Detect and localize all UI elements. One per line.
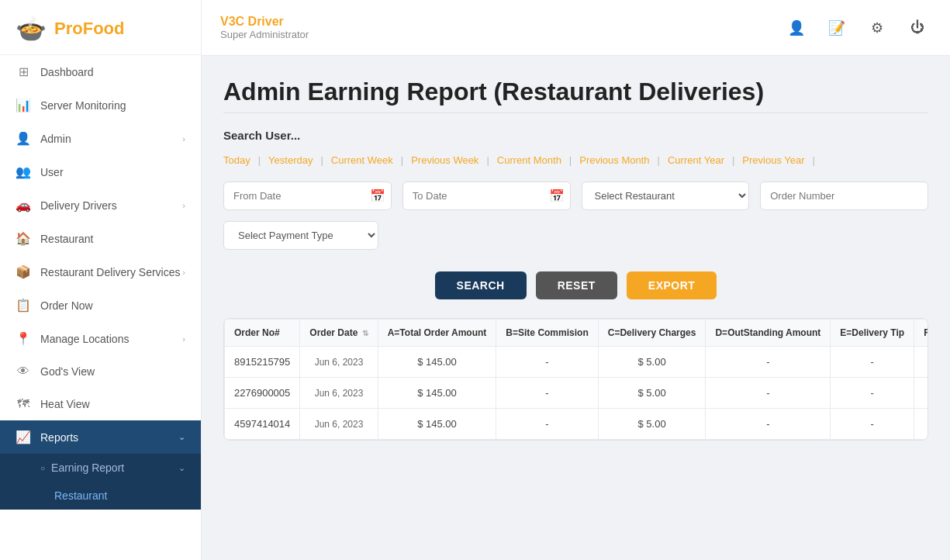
- header: V3C Driver Super Administrator 👤 📝 ⚙ ⏻: [202, 0, 950, 56]
- filter-current-week[interactable]: Current Week: [323, 154, 401, 166]
- header-username: V3C Driver: [220, 15, 309, 29]
- from-date-input-container: 📅: [223, 181, 392, 210]
- chevron-down-icon: ⌄: [178, 432, 185, 442]
- gods-view-icon: 👁: [16, 365, 31, 379]
- manage-locations-icon: 📍: [16, 331, 31, 346]
- sidebar-item-label: Dashboard: [40, 66, 94, 78]
- page-content: Admin Earning Report (Restaurant Deliver…: [202, 56, 950, 560]
- cell-f-tax: -: [914, 409, 928, 440]
- export-button[interactable]: EXPORT: [627, 271, 717, 299]
- data-table: Order No# Order Date ⇅ A=Total Order Amo…: [223, 318, 928, 441]
- filter-current-month[interactable]: Current Month: [489, 154, 569, 166]
- chevron-right-icon: ›: [182, 201, 185, 210]
- restaurant-delivery-icon: 📦: [16, 264, 31, 279]
- cell-c-delivery: $ 5.00: [598, 409, 706, 440]
- sidebar-item-label: God's View: [40, 365, 95, 378]
- page-title: Admin Earning Report (Restaurant Deliver…: [223, 78, 928, 106]
- main-area: V3C Driver Super Administrator 👤 📝 ⚙ ⏻ A…: [202, 0, 950, 560]
- order-number-input-container: [760, 181, 928, 210]
- chevron-right-icon: ›: [182, 268, 185, 277]
- sidebar-item-server-monitoring[interactable]: 📊 Server Monitoring: [0, 88, 201, 122]
- filter-previous-year[interactable]: Previous Year: [734, 154, 812, 166]
- sidebar-item-user[interactable]: 👥 User: [0, 155, 201, 188]
- col-d-outstanding: D=OutStanding Amount: [706, 320, 831, 347]
- col-a-total: A=Total Order Amount: [378, 320, 496, 347]
- col-f-tax: F=Tax: [914, 320, 928, 347]
- sidebar-item-delivery-drivers[interactable]: 🚗 Delivery Drivers ›: [0, 188, 201, 222]
- filter-previous-month[interactable]: Previous Month: [572, 154, 657, 166]
- select-payment-type-dropdown[interactable]: Select Payment Type: [223, 221, 378, 250]
- cell-a-total: $ 145.00: [378, 409, 496, 440]
- circle-icon: ○: [40, 464, 45, 472]
- select-restaurant-dropdown[interactable]: Select Restaurant: [582, 181, 750, 210]
- sidebar-item-gods-view[interactable]: 👁 God's View: [0, 355, 201, 388]
- table-header-row: Order No# Order Date ⇅ A=Total Order Amo…: [225, 320, 929, 347]
- filter-previous-week[interactable]: Previous Week: [403, 154, 486, 166]
- title-divider: [223, 112, 928, 113]
- table-row: 8915215795 Jun 6, 2023 $ 145.00 - $ 5.00…: [225, 347, 929, 378]
- order-number-input[interactable]: [770, 190, 918, 202]
- cell-order-no: 2276900005: [225, 378, 300, 409]
- dashboard-icon: ⊞: [16, 64, 31, 79]
- sidebar-sub-label: Earning Report: [51, 461, 124, 474]
- col-order-no: Order No#: [225, 320, 300, 347]
- sidebar-item-heat-view[interactable]: 🗺 Heat View: [0, 388, 201, 420]
- filter-today[interactable]: Today: [223, 154, 258, 166]
- from-date-input[interactable]: [233, 190, 364, 202]
- logout-icon[interactable]: ⏻: [903, 14, 931, 42]
- sidebar-item-manage-locations[interactable]: 📍 Manage Locations ›: [0, 322, 201, 355]
- chevron-right-icon: ›: [182, 134, 185, 143]
- sidebar-item-label: Order Now: [40, 299, 93, 312]
- sidebar-item-label: Reports: [40, 431, 78, 444]
- order-now-icon: 📋: [16, 298, 31, 313]
- sidebar-item-label: Server Monitoring: [40, 99, 126, 112]
- cell-f-tax: -: [914, 378, 928, 409]
- heat-view-icon: 🗺: [16, 397, 31, 411]
- sidebar-item-order-now[interactable]: 📋 Order Now: [0, 289, 201, 322]
- sidebar-item-label: Restaurant Delivery Services: [40, 266, 181, 278]
- sidebar-item-dashboard[interactable]: ⊞ Dashboard: [0, 55, 201, 88]
- sidebar-item-restaurant-delivery[interactable]: 📦 Restaurant Delivery Services ›: [0, 255, 201, 289]
- table-row: 2276900005 Jun 6, 2023 $ 145.00 - $ 5.00…: [225, 378, 929, 409]
- reset-button[interactable]: RESET: [536, 271, 617, 299]
- sidebar-item-label: Heat View: [40, 398, 90, 410]
- col-order-date[interactable]: Order Date ⇅: [300, 320, 378, 347]
- cell-a-total: $ 145.00: [378, 347, 496, 378]
- sidebar-item-earning-report[interactable]: ○ Earning Report ⌄: [0, 454, 201, 482]
- filter-yesterday[interactable]: Yesterday: [261, 154, 320, 166]
- cell-b-site: -: [496, 347, 598, 378]
- sort-icon: ⇅: [362, 329, 368, 337]
- calendar-icon: 📅: [549, 188, 565, 203]
- cell-e-delivery-tip: -: [831, 347, 914, 378]
- to-date-input[interactable]: [413, 190, 543, 202]
- cell-order-date: Jun 6, 2023: [300, 378, 378, 409]
- logo-text: ProFood: [54, 19, 124, 39]
- cell-b-site: -: [496, 378, 598, 409]
- settings-icon[interactable]: ⚙: [863, 14, 891, 42]
- filter-links: Today | Yesterday | Current Week | Previ…: [223, 154, 928, 166]
- server-monitoring-icon: 📊: [16, 98, 31, 112]
- cell-order-date: Jun 6, 2023: [300, 347, 378, 378]
- reports-icon: 📈: [16, 430, 31, 444]
- table-row: 4597414014 Jun 6, 2023 $ 145.00 - $ 5.00…: [225, 409, 929, 440]
- cell-c-delivery: $ 5.00: [598, 378, 706, 409]
- sidebar-item-reports[interactable]: 📈 Reports ⌄: [0, 420, 201, 454]
- logo: 🍲 ProFood: [0, 0, 201, 55]
- sidebar-item-label: Delivery Drivers: [40, 199, 117, 212]
- profile-icon[interactable]: 👤: [782, 14, 810, 42]
- search-button[interactable]: SEARCH: [435, 271, 527, 299]
- cell-order-no: 8915215795: [225, 347, 300, 378]
- sidebar-sub-sub-label: Restaurant: [54, 489, 107, 502]
- sidebar-item-restaurant[interactable]: 🏠 Restaurant: [0, 222, 201, 255]
- logo-pro: Pro: [54, 19, 83, 38]
- filter-row-2: Select Payment Type: [223, 221, 928, 250]
- to-date-input-container: 📅: [402, 181, 571, 210]
- filter-current-year[interactable]: Current Year: [660, 154, 732, 166]
- sidebar-item-label: Manage Locations: [40, 333, 129, 345]
- notifications-icon[interactable]: 📝: [823, 14, 851, 42]
- cell-d-outstanding: -: [706, 409, 831, 440]
- cell-c-delivery: $ 5.00: [598, 347, 706, 378]
- sidebar-item-restaurant-sub[interactable]: Restaurant: [0, 482, 201, 510]
- user-icon: 👥: [16, 164, 31, 179]
- sidebar-item-admin[interactable]: 👤 Admin ›: [0, 122, 201, 155]
